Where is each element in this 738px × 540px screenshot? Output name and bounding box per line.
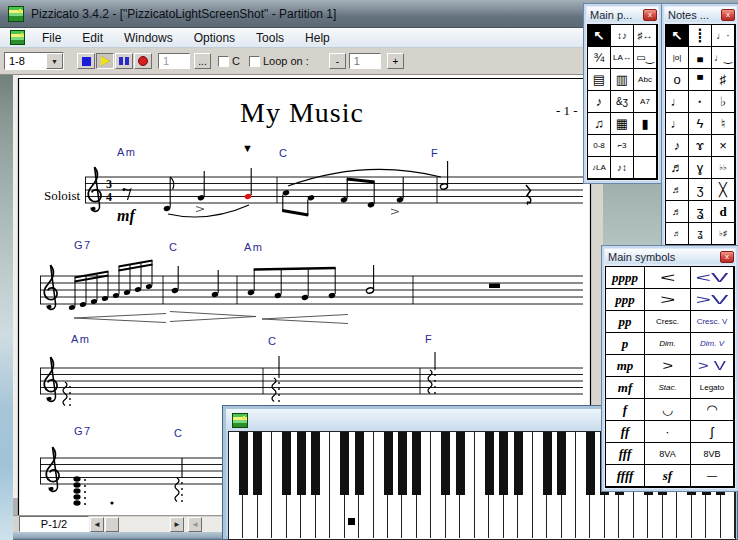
sforzando[interactable]: sf <box>645 465 691 487</box>
text-block-tool[interactable]: ▥ <box>611 69 634 91</box>
pointer-tool[interactable]: ↖ <box>666 25 689 47</box>
legato-text[interactable]: Legato <box>691 377 734 399</box>
piano-key-black-15[interactable] <box>456 432 465 495</box>
accidental-tool[interactable]: ♯↔ <box>634 25 657 47</box>
sharp-tool[interactable]: ♯ <box>712 69 735 91</box>
chevron-down-icon[interactable]: ▼ <box>46 53 63 69</box>
flag-note-tool[interactable]: ♪ <box>588 91 611 113</box>
piano-key-black-18[interactable] <box>499 432 508 495</box>
menu-file[interactable]: File <box>38 30 65 46</box>
scroll-left-button[interactable]: ◄ <box>90 517 104 532</box>
eighth-note-tool[interactable]: ♪ <box>666 135 689 157</box>
diminuendo-hairpin-v[interactable]: >V <box>691 289 734 311</box>
flat-tool[interactable]: ♭ <box>712 91 735 113</box>
staccato-dot[interactable]: · <box>645 421 691 443</box>
staff-name-label[interactable]: Soloist <box>44 188 80 204</box>
chord-label[interactable]: G7 <box>74 239 92 251</box>
note-pitch-tool[interactable]: ↕♪ <box>611 25 634 47</box>
chord-label[interactable]: C <box>279 147 288 159</box>
c-checkbox[interactable] <box>218 56 229 67</box>
quarter-note-tool[interactable]: ♩ <box>666 113 689 135</box>
more-button[interactable]: ... <box>194 53 211 69</box>
note-shift-tool[interactable]: LA↔ <box>611 47 634 69</box>
sixtyfourth-rest-tool[interactable]: ʓ <box>689 201 712 223</box>
eighth-rest-block-tool[interactable]: ▪ <box>689 91 712 113</box>
piano-key-black-10[interactable] <box>384 432 393 495</box>
dynamic-ff[interactable]: ff <box>606 421 645 443</box>
empty-cell[interactable] <box>634 157 657 179</box>
chord-label[interactable]: C <box>169 241 178 253</box>
piano-key-black-3[interactable] <box>282 432 291 495</box>
chord-label[interactable]: Am <box>117 146 137 158</box>
record-button[interactable] <box>134 53 152 69</box>
crescendo-hairpin[interactable]: < <box>645 267 691 289</box>
letter-d-tool[interactable]: d <box>712 201 735 223</box>
dynamic-mp[interactable]: mp <box>606 355 645 377</box>
crescendo-text[interactable]: Cresc. <box>645 311 691 333</box>
onetwentyeighth-rest-tool[interactable]: ʓ <box>689 223 712 245</box>
octave-down[interactable]: 8VB <box>691 443 734 465</box>
crescendo-text-v[interactable]: Cresc. V <box>691 311 734 333</box>
close-icon[interactable]: x <box>720 251 734 263</box>
empty-cell[interactable] <box>634 135 657 157</box>
interval-tool[interactable]: ♪↕ <box>611 157 634 179</box>
scroll-right-button[interactable]: ► <box>170 517 184 532</box>
dotted-note-tool[interactable]: ♩· <box>712 25 735 47</box>
page-indicator[interactable]: P-1/2 <box>19 516 89 532</box>
scroll-prev-page-button[interactable]: ◄ <box>188 517 202 532</box>
menu-tools[interactable]: Tools <box>252 30 288 46</box>
chord-label[interactable]: F <box>431 147 439 159</box>
stop-button[interactable] <box>77 53 95 69</box>
piano-key-black-19[interactable] <box>514 432 523 495</box>
dynamic-f[interactable]: f <box>606 399 645 421</box>
eighth-notes-tool[interactable]: ♫ <box>588 113 611 135</box>
sixteenth-rest-tool[interactable]: ɣ <box>689 157 712 179</box>
chord-label[interactable]: Am <box>244 241 264 253</box>
double-sharp-tool[interactable]: × <box>712 135 735 157</box>
palette-main-titlebar[interactable]: Main p... x <box>587 7 658 22</box>
dynamic-ffff[interactable]: ffff <box>606 465 645 487</box>
pause-button[interactable] <box>115 53 133 69</box>
menu-help[interactable]: Help <box>301 30 334 46</box>
slur-under[interactable]: ◡ <box>645 399 691 421</box>
piano-key-black-24[interactable] <box>586 432 595 495</box>
time-signature-tool[interactable]: ¾ <box>588 47 611 69</box>
breve-tool[interactable]: |o| <box>666 47 689 69</box>
accent-v[interactable]: > V <box>691 355 734 377</box>
loop-plus-button[interactable]: + <box>387 53 404 69</box>
piano-key-black-11[interactable] <box>398 432 407 495</box>
piano-key-black-0[interactable] <box>239 432 248 495</box>
eighth-rest-tool[interactable]: ɤ <box>689 135 712 157</box>
text-tool[interactable]: Abc <box>634 69 657 91</box>
tie-tool[interactable]: ♩‿ <box>712 47 735 69</box>
piano-key-black-12[interactable] <box>412 432 421 495</box>
note-cursor-tool[interactable]: ▮ <box>634 113 657 135</box>
menu-options[interactable]: Options <box>190 30 239 46</box>
arpeggio[interactable]: ʃ <box>691 421 734 443</box>
piano-key-black-17[interactable] <box>485 432 494 495</box>
barline-tool[interactable]: ▤ <box>588 69 611 91</box>
palette-symbols-titlebar[interactable]: Main symbols x <box>605 249 735 264</box>
sixteenth-note-tool[interactable]: ♬ <box>666 157 689 179</box>
whole-note-tool[interactable]: o <box>666 69 689 91</box>
play-button[interactable] <box>96 53 114 69</box>
slur-over[interactable]: ◠ <box>691 399 734 421</box>
staccato-text[interactable]: Stac. <box>645 377 691 399</box>
crescendo-hairpin-v[interactable]: <V <box>691 267 734 289</box>
dynamic-p[interactable]: p <box>606 333 645 355</box>
dynamic-pp[interactable]: pp <box>606 311 645 333</box>
onetwentyeighth-note-tool[interactable]: ♬ <box>666 223 689 245</box>
dynamic-pppp[interactable]: pppp <box>606 267 645 289</box>
piano-key-black-8[interactable] <box>355 432 364 495</box>
scrollbar-thumb[interactable] <box>105 517 119 532</box>
loop-count-field[interactable]: 1 <box>349 53 381 69</box>
document-icon[interactable] <box>10 30 25 45</box>
dynamic-ppp[interactable]: ppp <box>606 289 645 311</box>
accent[interactable]: > <box>645 355 691 377</box>
chord-label[interactable]: C <box>174 427 183 439</box>
loop-checkbox[interactable] <box>249 56 260 67</box>
half-note-tool[interactable]: ♩ <box>666 91 689 113</box>
measure-range-select[interactable]: 1-8 ▼ <box>4 52 64 70</box>
whole-rest-tool[interactable]: ▄ <box>689 47 712 69</box>
piano-key-black-14[interactable] <box>441 432 450 495</box>
